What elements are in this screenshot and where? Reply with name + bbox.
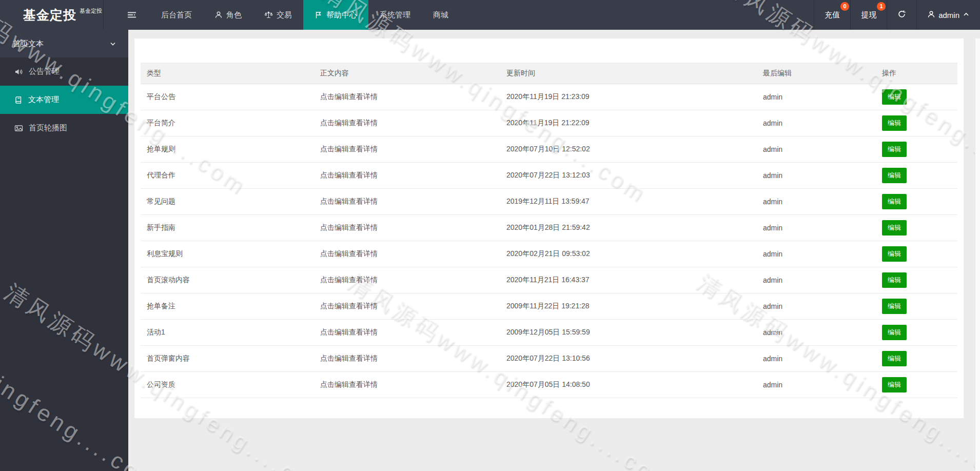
speaker-icon: [14, 68, 23, 76]
edit-button[interactable]: 编辑: [882, 246, 907, 262]
top-nav: 后台首页 角色 交易: [104, 0, 460, 30]
cell-editor: admin: [757, 189, 876, 215]
cell-updated: 2020年07月22日 13:10:56: [500, 346, 757, 372]
withdraw-label: 提现: [861, 10, 876, 20]
cell-type: 首页弹窗内容: [141, 346, 314, 372]
chevron-down-icon: [109, 40, 117, 48]
cell-updated: 2020年02月21日 09:53:02: [500, 241, 757, 267]
nav-item-dashboard[interactable]: 后台首页: [150, 0, 203, 30]
table-row: 新手指南 点击编辑查看详情 2020年01月28日 21:59:42 admin…: [141, 215, 957, 241]
edit-button[interactable]: 编辑: [882, 351, 907, 366]
recharge-badge: 0: [840, 2, 849, 11]
edit-button[interactable]: 编辑: [882, 168, 907, 183]
username: admin: [938, 11, 959, 19]
edit-button[interactable]: 编辑: [882, 325, 907, 340]
header-action: 操作: [876, 63, 957, 84]
edit-button[interactable]: 编辑: [882, 272, 907, 288]
nav-item-trade[interactable]: 交易: [253, 0, 303, 30]
image-icon: [14, 124, 23, 132]
topbar-right: 充值 0 提现 1 admin: [814, 0, 980, 30]
cell-updated: 2020年07月22日 13:12:03: [500, 163, 757, 189]
cell-type: 平台公告: [141, 84, 314, 110]
cell-updated: 2020年11月19日 21:23:09: [500, 84, 757, 110]
sidebar-item-label: 文本管理: [28, 95, 59, 105]
nav-item-system[interactable]: 系统管理: [368, 0, 422, 30]
sidebar-group-home-text[interactable]: 首页文本: [0, 30, 128, 57]
table-row: 平台简介 点击编辑查看详情 2020年11月19日 21:22:09 admin…: [141, 110, 957, 136]
header-updated: 更新时间: [500, 63, 757, 84]
nav-label: 后台首页: [161, 10, 192, 20]
nav-label: 系统管理: [380, 10, 410, 20]
content-card: 类型 正文内容 更新时间 最后编辑 操作 平台公告 点击编辑查看详情 2020年…: [134, 38, 964, 418]
caret-up-icon: [963, 11, 970, 19]
edit-button[interactable]: 编辑: [882, 142, 907, 157]
cell-content: 点击编辑查看详情: [314, 346, 500, 372]
header-type: 类型: [141, 63, 314, 84]
cell-action: 编辑: [876, 136, 957, 163]
cell-type: 利息宝规则: [141, 241, 314, 267]
cell-content: 点击编辑查看详情: [314, 110, 500, 136]
cell-updated: 2020年11月19日 21:22:09: [500, 110, 757, 136]
book-icon: [14, 96, 23, 104]
sidebar-item-home-carousel[interactable]: 首页轮播图: [0, 114, 128, 142]
withdraw-button[interactable]: 提现 1: [850, 0, 887, 30]
cell-content: 点击编辑查看详情: [314, 84, 500, 110]
topbar: 基金定投 基金定投 后台首页 角色: [0, 0, 980, 30]
nav-label: 角色: [226, 10, 242, 20]
sidebar-item-label: 首页轮播图: [29, 123, 67, 133]
app-logo[interactable]: 基金定投 基金定投: [0, 0, 104, 30]
table-row: 首页弹窗内容 点击编辑查看详情 2020年07月22日 13:10:56 adm…: [141, 346, 957, 372]
cell-content: 点击编辑查看详情: [314, 136, 500, 163]
cell-type: 代理合作: [141, 163, 314, 189]
cell-action: 编辑: [876, 110, 957, 136]
cell-updated: 2020年07月05日 14:08:50: [500, 372, 757, 398]
edit-button[interactable]: 编辑: [882, 220, 907, 235]
edit-button[interactable]: 编辑: [882, 115, 907, 131]
cell-action: 编辑: [876, 267, 957, 293]
app-title-badge: 基金定投: [80, 7, 102, 15]
nav-item-mall[interactable]: 商城: [422, 0, 460, 30]
user-menu[interactable]: admin: [916, 0, 980, 30]
vertical-scrollbar[interactable]: [975, 38, 980, 471]
user-icon: [214, 11, 223, 19]
cell-editor: admin: [757, 320, 876, 346]
nav-label: 帮助中心: [326, 10, 357, 20]
sidebar-item-text-management[interactable]: 文本管理: [0, 86, 128, 114]
refresh-icon: [897, 10, 906, 20]
recharge-button[interactable]: 充值 0: [814, 0, 850, 30]
cell-action: 编辑: [876, 293, 957, 320]
cell-action: 编辑: [876, 215, 957, 241]
cell-action: 编辑: [876, 372, 957, 398]
table-row: 常见问题 点击编辑查看详情 2019年12月11日 13:59:47 admin…: [141, 189, 957, 215]
cell-editor: admin: [757, 346, 876, 372]
nav-label: 交易: [277, 10, 292, 20]
cell-action: 编辑: [876, 346, 957, 372]
cell-action: 编辑: [876, 163, 957, 189]
nav-item-help-center[interactable]: 帮助中心: [303, 0, 368, 30]
table-row: 抢单规则 点击编辑查看详情 2020年07月10日 12:52:02 admin…: [141, 136, 957, 163]
nav-item-roles[interactable]: 角色: [203, 0, 253, 30]
cell-editor: admin: [757, 372, 876, 398]
flag-icon: [315, 11, 323, 19]
cell-updated: 2020年01月28日 21:59:42: [500, 215, 757, 241]
sidebar-item-announcement[interactable]: 公告管理: [0, 57, 128, 86]
cell-type: 抢单规则: [141, 136, 314, 163]
table-row: 代理合作 点击编辑查看详情 2020年07月22日 13:12:03 admin…: [141, 163, 957, 189]
table-row: 利息宝规则 点击编辑查看详情 2020年02月21日 09:53:02 admi…: [141, 241, 957, 267]
cell-updated: 2009年11月22日 19:21:28: [500, 293, 757, 320]
edit-button[interactable]: 编辑: [882, 299, 907, 314]
cell-content: 点击编辑查看详情: [314, 372, 500, 398]
recharge-label: 充值: [825, 10, 840, 20]
main-content: 类型 正文内容 更新时间 最后编辑 操作 平台公告 点击编辑查看详情 2020年…: [128, 30, 980, 471]
app-title: 基金定投: [23, 7, 76, 24]
cell-content: 点击编辑查看详情: [314, 163, 500, 189]
cell-updated: 2020年11月21日 16:43:37: [500, 267, 757, 293]
edit-button[interactable]: 编辑: [882, 377, 907, 392]
refresh-button[interactable]: [887, 0, 916, 30]
edit-button[interactable]: 编辑: [882, 89, 907, 105]
menu-toggle-button[interactable]: [114, 0, 150, 30]
table-header-row: 类型 正文内容 更新时间 最后编辑 操作: [141, 63, 957, 84]
text-management-table: 类型 正文内容 更新时间 最后编辑 操作 平台公告 点击编辑查看详情 2020年…: [141, 63, 957, 398]
edit-button[interactable]: 编辑: [882, 194, 907, 209]
cell-content: 点击编辑查看详情: [314, 241, 500, 267]
